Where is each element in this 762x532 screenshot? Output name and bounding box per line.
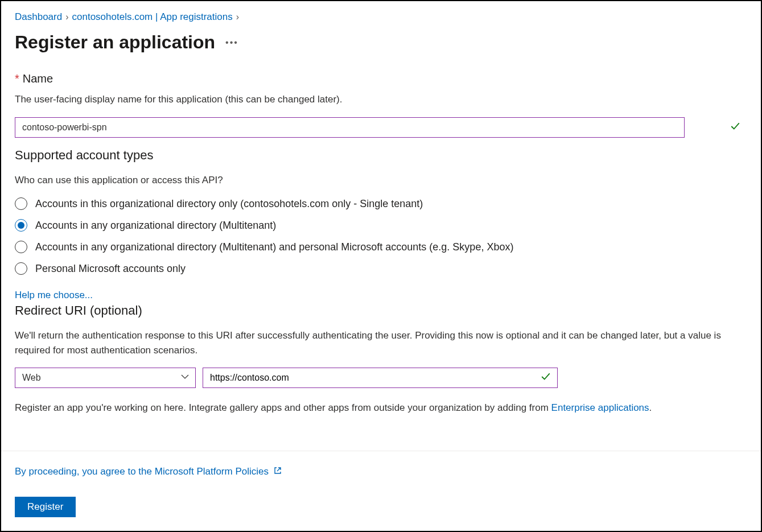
radio-label: Personal Microsoft accounts only [35,263,186,275]
breadcrumb-dashboard[interactable]: Dashboard [15,11,62,23]
radio-label: Accounts in any organizational directory… [35,220,276,232]
chevron-right-icon: › [65,12,68,22]
more-actions-icon[interactable]: ••• [225,38,238,48]
name-help-text: The user-facing display name for this ap… [15,92,747,107]
radio-icon [15,219,27,232]
account-types-radios: Accounts in this organizational director… [15,197,747,275]
radio-multitenant-personal[interactable]: Accounts in any organizational directory… [15,241,747,253]
register-button[interactable]: Register [15,497,76,517]
platform-select[interactable]: Web [15,368,196,388]
integrate-text-before: Register an app you're working on here. … [15,402,551,413]
name-input[interactable] [15,117,685,138]
radio-personal-only[interactable]: Personal Microsoft accounts only [15,262,747,275]
redirect-uri-help: We'll return the authentication response… [15,328,747,357]
page-title: Register an application [15,32,215,53]
checkmark-icon [541,372,551,384]
integrate-text-after: . [649,402,652,413]
integrate-text: Register an app you're working on here. … [15,401,747,415]
radio-icon [15,197,27,210]
radio-label: Accounts in any organizational directory… [35,241,513,253]
radio-icon [15,241,27,253]
radio-label: Accounts in this organizational director… [35,198,423,210]
external-link-icon [273,466,282,477]
platform-select-value: Web [22,373,41,383]
breadcrumb: Dashboard › contosohotels.com | App regi… [15,11,747,23]
chevron-down-icon [180,372,190,383]
checkmark-icon [730,121,740,134]
enterprise-applications-link[interactable]: Enterprise applications [551,402,649,413]
radio-multitenant[interactable]: Accounts in any organizational directory… [15,219,747,232]
platform-policies-link[interactable]: By proceeding, you agree to the Microsof… [15,466,269,477]
footer-separator [1,451,761,451]
redirect-uri-heading: Redirect URI (optional) [15,303,747,318]
account-types-question: Who can use this application or access t… [15,173,747,188]
chevron-right-icon: › [236,12,239,22]
radio-icon [15,262,27,275]
account-types-heading: Supported account types [15,148,747,163]
name-label-text: Name [23,72,53,85]
help-me-choose-link[interactable]: Help me choose... [15,290,747,301]
redirect-uri-input[interactable] [203,368,558,388]
name-label: * Name [15,72,747,85]
required-asterisk: * [15,72,19,85]
breadcrumb-tenant[interactable]: contosohotels.com | App registrations [72,11,233,23]
radio-single-tenant[interactable]: Accounts in this organizational director… [15,197,747,210]
